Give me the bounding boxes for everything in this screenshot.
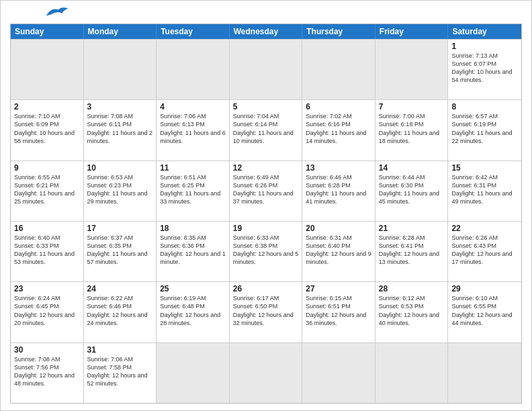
day-number: 21 bbox=[379, 224, 445, 233]
calendar-cell: 6Sunrise: 7:02 AM Sunset: 6:16 PM Daylig… bbox=[302, 100, 375, 160]
header-cell-friday: Friday bbox=[375, 24, 449, 39]
day-number: 26 bbox=[233, 284, 299, 293]
logo-area bbox=[10, 7, 69, 19]
cell-info: Sunrise: 6:35 AM Sunset: 6:36 PM Dayligh… bbox=[160, 234, 226, 267]
calendar-cell: 27Sunrise: 6:15 AM Sunset: 6:51 PM Dayli… bbox=[302, 282, 375, 342]
header-cell-saturday: Saturday bbox=[448, 24, 521, 39]
day-number: 11 bbox=[160, 163, 226, 173]
cell-info: Sunrise: 6:40 AM Sunset: 6:33 PM Dayligh… bbox=[14, 234, 80, 267]
day-number: 23 bbox=[14, 284, 80, 293]
header-cell-tuesday: Tuesday bbox=[157, 24, 230, 39]
logo-bird-icon bbox=[45, 5, 69, 19]
calendar-cell: 17Sunrise: 6:37 AM Sunset: 6:35 PM Dayli… bbox=[84, 222, 157, 281]
day-number: 7 bbox=[379, 102, 445, 111]
cell-info: Sunrise: 6:42 AM Sunset: 6:31 PM Dayligh… bbox=[451, 173, 518, 206]
calendar-cell: 15Sunrise: 6:42 AM Sunset: 6:31 PM Dayli… bbox=[448, 161, 521, 221]
cell-info: Sunrise: 6:26 AM Sunset: 6:43 PM Dayligh… bbox=[451, 234, 518, 267]
day-number: 15 bbox=[451, 163, 518, 173]
day-number: 20 bbox=[306, 224, 371, 233]
calendar-cell: 22Sunrise: 6:26 AM Sunset: 6:43 PM Dayli… bbox=[448, 222, 521, 281]
day-number: 18 bbox=[160, 224, 226, 233]
calendar-cell bbox=[448, 343, 521, 403]
cell-info: Sunrise: 7:00 AM Sunset: 6:18 PM Dayligh… bbox=[379, 112, 445, 145]
calendar-page: SundayMondayTuesdayWednesdayThursdayFrid… bbox=[0, 0, 532, 411]
day-number: 2 bbox=[14, 102, 80, 111]
calendar-cell: 31Sunrise: 7:06 AM Sunset: 7:58 PM Dayli… bbox=[84, 343, 157, 403]
calendar-cell: 30Sunrise: 7:08 AM Sunset: 7:56 PM Dayli… bbox=[11, 343, 84, 403]
calendar-body: 1Sunrise: 7:13 AM Sunset: 6:07 PM Daylig… bbox=[11, 39, 521, 403]
calendar-cell: 11Sunrise: 6:51 AM Sunset: 6:25 PM Dayli… bbox=[157, 161, 230, 221]
day-number: 10 bbox=[87, 163, 153, 173]
cell-info: Sunrise: 7:10 AM Sunset: 6:09 PM Dayligh… bbox=[14, 112, 80, 145]
header-cell-wednesday: Wednesday bbox=[230, 24, 303, 39]
cell-info: Sunrise: 7:08 AM Sunset: 6:11 PM Dayligh… bbox=[87, 112, 153, 145]
cell-info: Sunrise: 6:51 AM Sunset: 6:25 PM Dayligh… bbox=[160, 173, 226, 206]
calendar-cell bbox=[230, 343, 303, 403]
day-number: 4 bbox=[160, 102, 226, 111]
calendar-cell: 1Sunrise: 7:13 AM Sunset: 6:07 PM Daylig… bbox=[448, 40, 521, 99]
calendar-row-4: 23Sunrise: 6:24 AM Sunset: 6:45 PM Dayli… bbox=[11, 281, 521, 342]
calendar-row-1: 2Sunrise: 7:10 AM Sunset: 6:09 PM Daylig… bbox=[11, 99, 521, 160]
cell-info: Sunrise: 6:44 AM Sunset: 6:30 PM Dayligh… bbox=[379, 173, 445, 206]
calendar-cell bbox=[230, 40, 303, 99]
calendar-cell bbox=[302, 343, 375, 403]
calendar-cell bbox=[302, 40, 375, 99]
header bbox=[10, 7, 522, 19]
day-number: 25 bbox=[160, 284, 226, 293]
calendar-cell: 23Sunrise: 6:24 AM Sunset: 6:45 PM Dayli… bbox=[11, 282, 84, 342]
day-number: 12 bbox=[233, 163, 299, 173]
calendar-cell: 8Sunrise: 6:57 AM Sunset: 6:19 PM Daylig… bbox=[448, 100, 521, 160]
calendar-cell bbox=[375, 40, 449, 99]
cell-info: Sunrise: 6:10 AM Sunset: 6:55 PM Dayligh… bbox=[451, 294, 518, 327]
header-cell-sunday: Sunday bbox=[11, 24, 84, 39]
calendar-cell: 3Sunrise: 7:08 AM Sunset: 6:11 PM Daylig… bbox=[84, 100, 157, 160]
day-number: 28 bbox=[379, 284, 445, 293]
calendar-header: SundayMondayTuesdayWednesdayThursdayFrid… bbox=[11, 24, 521, 39]
calendar-cell: 13Sunrise: 6:46 AM Sunset: 6:28 PM Dayli… bbox=[302, 161, 375, 221]
cell-info: Sunrise: 7:04 AM Sunset: 6:14 PM Dayligh… bbox=[233, 112, 299, 145]
calendar-cell: 14Sunrise: 6:44 AM Sunset: 6:30 PM Dayli… bbox=[375, 161, 449, 221]
calendar-cell: 28Sunrise: 6:12 AM Sunset: 6:53 PM Dayli… bbox=[375, 282, 449, 342]
day-number: 30 bbox=[14, 345, 80, 355]
cell-info: Sunrise: 6:57 AM Sunset: 6:19 PM Dayligh… bbox=[451, 112, 518, 145]
calendar-cell: 19Sunrise: 6:33 AM Sunset: 6:38 PM Dayli… bbox=[230, 222, 303, 281]
calendar-row-2: 9Sunrise: 6:55 AM Sunset: 6:21 PM Daylig… bbox=[11, 161, 521, 221]
cell-info: Sunrise: 6:22 AM Sunset: 6:46 PM Dayligh… bbox=[87, 294, 153, 327]
cell-info: Sunrise: 6:46 AM Sunset: 6:28 PM Dayligh… bbox=[306, 173, 371, 206]
cell-info: Sunrise: 6:37 AM Sunset: 6:35 PM Dayligh… bbox=[87, 234, 153, 267]
header-cell-thursday: Thursday bbox=[302, 24, 375, 39]
calendar-cell: 7Sunrise: 7:00 AM Sunset: 6:18 PM Daylig… bbox=[375, 100, 449, 160]
calendar-cell: 16Sunrise: 6:40 AM Sunset: 6:33 PM Dayli… bbox=[11, 222, 84, 281]
cell-info: Sunrise: 6:28 AM Sunset: 6:41 PM Dayligh… bbox=[379, 234, 445, 267]
cell-info: Sunrise: 6:55 AM Sunset: 6:21 PM Dayligh… bbox=[14, 173, 80, 206]
calendar-cell: 21Sunrise: 6:28 AM Sunset: 6:41 PM Dayli… bbox=[375, 222, 449, 281]
header-cell-monday: Monday bbox=[84, 24, 157, 39]
calendar-cell: 4Sunrise: 7:06 AM Sunset: 6:13 PM Daylig… bbox=[157, 100, 230, 160]
day-number: 1 bbox=[451, 42, 518, 51]
day-number: 24 bbox=[87, 284, 153, 293]
calendar-row-3: 16Sunrise: 6:40 AM Sunset: 6:33 PM Dayli… bbox=[11, 221, 521, 281]
day-number: 16 bbox=[14, 224, 80, 233]
cell-info: Sunrise: 7:02 AM Sunset: 6:16 PM Dayligh… bbox=[306, 112, 371, 145]
cell-info: Sunrise: 6:53 AM Sunset: 6:23 PM Dayligh… bbox=[87, 173, 153, 206]
cell-info: Sunrise: 7:06 AM Sunset: 7:58 PM Dayligh… bbox=[87, 355, 153, 388]
day-number: 3 bbox=[87, 102, 153, 111]
day-number: 13 bbox=[306, 163, 371, 173]
cell-info: Sunrise: 6:31 AM Sunset: 6:40 PM Dayligh… bbox=[306, 234, 371, 267]
calendar-row-5: 30Sunrise: 7:08 AM Sunset: 7:56 PM Dayli… bbox=[11, 342, 521, 403]
day-number: 14 bbox=[379, 163, 445, 173]
cell-info: Sunrise: 6:49 AM Sunset: 6:26 PM Dayligh… bbox=[233, 173, 299, 206]
cell-info: Sunrise: 6:17 AM Sunset: 6:50 PM Dayligh… bbox=[233, 294, 299, 327]
day-number: 29 bbox=[451, 284, 518, 293]
calendar-cell: 20Sunrise: 6:31 AM Sunset: 6:40 PM Dayli… bbox=[302, 222, 375, 281]
calendar-cell: 29Sunrise: 6:10 AM Sunset: 6:55 PM Dayli… bbox=[448, 282, 521, 342]
calendar: SundayMondayTuesdayWednesdayThursdayFrid… bbox=[10, 24, 522, 404]
calendar-cell: 24Sunrise: 6:22 AM Sunset: 6:46 PM Dayli… bbox=[84, 282, 157, 342]
day-number: 27 bbox=[306, 284, 371, 293]
cell-info: Sunrise: 6:24 AM Sunset: 6:45 PM Dayligh… bbox=[14, 294, 80, 327]
day-number: 19 bbox=[233, 224, 299, 233]
calendar-cell: 12Sunrise: 6:49 AM Sunset: 6:26 PM Dayli… bbox=[230, 161, 303, 221]
cell-info: Sunrise: 7:08 AM Sunset: 7:56 PM Dayligh… bbox=[14, 355, 80, 388]
cell-info: Sunrise: 7:06 AM Sunset: 6:13 PM Dayligh… bbox=[160, 112, 226, 145]
calendar-cell: 2Sunrise: 7:10 AM Sunset: 6:09 PM Daylig… bbox=[11, 100, 84, 160]
